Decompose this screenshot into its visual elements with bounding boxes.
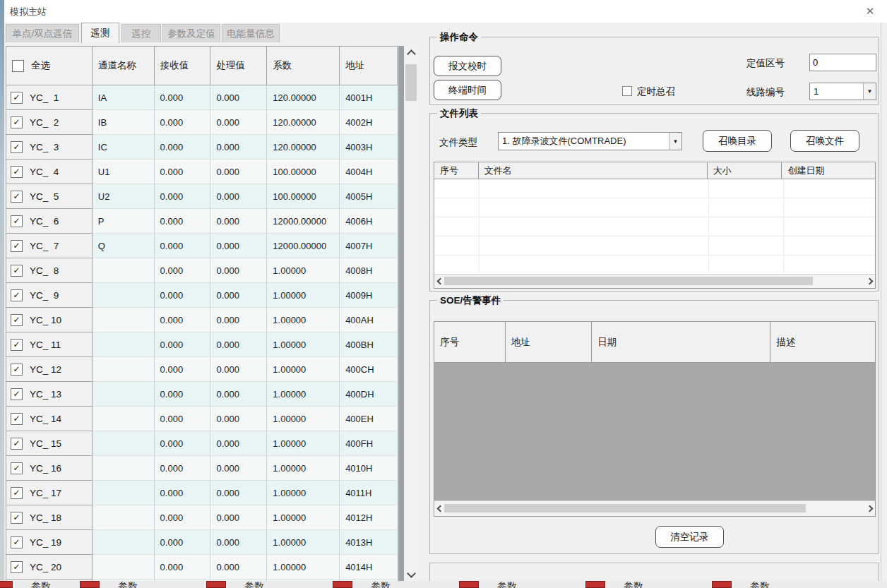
cell-coefficient: 1.00000 (267, 407, 340, 431)
row-select-cell: ✓YC_ 15 (6, 431, 93, 456)
cell-channel-name (93, 332, 155, 357)
row-checkbox[interactable]: ✓ (11, 240, 23, 252)
timed-general-call-checkbox[interactable] (622, 86, 632, 96)
background-red-block (0, 581, 13, 588)
cell-coefficient: 12000.00000 (267, 234, 340, 258)
message-time-sync-button[interactable]: 报文校时 (434, 56, 501, 76)
file-table-hscrollbar[interactable] (434, 274, 875, 288)
cell-channel-name: IC (93, 135, 155, 160)
row-label: YC_ 18 (30, 512, 61, 523)
soe-table-hscrollbar[interactable] (434, 500, 875, 516)
cell-coefficient: 100.00000 (267, 184, 340, 209)
row-select-cell: ✓YC_ 12 (6, 357, 93, 382)
row-checkbox[interactable]: ✓ (11, 388, 23, 400)
table-row: ✓YC_ 190.0000.0001.000004013H (6, 530, 398, 555)
soe-table-body (434, 363, 875, 500)
row-label: YC_ 19 (30, 537, 61, 548)
line-number-value: 1 (810, 86, 863, 97)
cell-channel-name (93, 431, 155, 456)
cell-coefficient: 12000.00000 (267, 209, 340, 234)
background-red-block (712, 581, 732, 588)
cell-processed-value: 0.000 (210, 258, 267, 283)
tab-energy-info[interactable]: 电能量信息 (222, 24, 280, 42)
scroll-up-icon[interactable] (404, 46, 418, 61)
tab-single-double-yx[interactable]: 单点/双点遥信 (6, 24, 79, 42)
cell-received-value: 0.000 (155, 431, 211, 456)
table-row: ✓YC_ 160.0000.0001.000004010H (6, 456, 398, 481)
cell-processed-value: 0.000 (210, 184, 267, 209)
row-checkbox[interactable]: ✓ (11, 536, 23, 548)
call-directory-button[interactable]: 召唤目录 (703, 130, 772, 152)
close-icon[interactable]: ✕ (862, 4, 879, 19)
cell-channel-name: IB (93, 110, 155, 135)
row-checkbox[interactable]: ✓ (11, 141, 23, 153)
row-checkbox[interactable]: ✓ (11, 487, 23, 499)
row-checkbox[interactable]: ✓ (11, 116, 23, 128)
select-all-checkbox[interactable] (12, 60, 24, 72)
file-type-select[interactable]: 1. 故障录波文件(COMTRADE) ▼ (498, 132, 682, 150)
cell-address: 4007H (340, 234, 398, 258)
row-checkbox[interactable]: ✓ (11, 265, 23, 277)
tab-remote-control[interactable]: 遥控 (121, 24, 161, 42)
row-checkbox[interactable]: ✓ (11, 462, 23, 474)
row-label: YC_ 4 (30, 167, 59, 177)
terminal-time-button[interactable]: 终端时间 (434, 80, 501, 100)
scroll-right-icon[interactable] (864, 501, 875, 516)
row-checkbox[interactable]: ✓ (11, 512, 23, 524)
clear-records-button[interactable]: 清空记录 (655, 526, 724, 548)
cell-channel-name: P (93, 209, 155, 234)
row-checkbox[interactable]: ✓ (11, 413, 23, 425)
row-checkbox[interactable]: ✓ (11, 364, 23, 376)
cell-channel-name (93, 382, 155, 407)
vertical-scrollbar[interactable] (404, 46, 418, 581)
row-checkbox[interactable]: ✓ (11, 561, 23, 573)
scrollbar-thumb[interactable] (405, 64, 417, 101)
chevron-down-icon[interactable]: ▼ (669, 133, 681, 150)
row-checkbox[interactable]: ✓ (11, 339, 23, 351)
cell-coefficient: 1.00000 (267, 555, 340, 580)
row-checkbox[interactable]: ✓ (11, 438, 23, 450)
header-processed-value: 处理值 (210, 47, 267, 85)
chevron-down-icon[interactable]: ▼ (863, 83, 876, 100)
cell-coefficient: 1.00000 (267, 258, 340, 283)
column-separator (708, 179, 709, 274)
scroll-down-icon[interactable] (404, 565, 418, 581)
table-row: ✓YC_ 5U20.0000.000100.000004005H (6, 184, 398, 209)
row-checkbox[interactable]: ✓ (11, 92, 23, 104)
row-checkbox[interactable]: ✓ (11, 215, 23, 227)
cell-received-value: 0.000 (155, 530, 211, 555)
table-row: ✓YC_ 140.0000.0001.00000400EH (6, 407, 398, 431)
scroll-right-icon[interactable] (864, 275, 875, 288)
file-list-title: 文件列表 (437, 107, 481, 120)
cell-address: 400EH (340, 407, 398, 431)
line-number-label: 线路编号 (746, 86, 785, 99)
table-row: ✓YC_ 4U10.0000.000100.000004004H (6, 160, 398, 184)
fixed-zone-input[interactable] (809, 54, 876, 71)
tab-telemetry[interactable]: 遥测 (81, 23, 119, 43)
call-file-button[interactable]: 召唤文件 (790, 130, 859, 152)
row-label: YC_ 10 (30, 315, 61, 325)
simulated-master-station-window: 模拟主站 ✕ 单点/双点遥信 遥测 遥控 参数及定值 电能量信息 全选 通道名称… (0, 0, 887, 588)
line-number-select[interactable]: 1 ▼ (809, 83, 876, 100)
row-checkbox[interactable]: ✓ (11, 191, 23, 203)
hscrollbar-thumb[interactable] (444, 277, 813, 285)
row-label: YC_ 20 (30, 562, 61, 572)
row-checkbox[interactable]: ✓ (11, 314, 23, 326)
background-red-block (206, 581, 226, 588)
operation-commands-title: 操作命令 (437, 31, 481, 44)
cell-address: 4010H (340, 456, 398, 481)
row-select-cell: ✓YC_ 4 (6, 160, 93, 184)
cell-received-value: 0.000 (155, 357, 211, 382)
row-checkbox[interactable]: ✓ (11, 166, 23, 178)
background-red-block (80, 581, 100, 588)
background-left-sliver (0, 0, 4, 588)
row-checkbox[interactable]: ✓ (11, 289, 23, 301)
hscrollbar-thumb[interactable] (444, 504, 806, 512)
cell-channel-name (93, 555, 155, 580)
cell-coefficient: 1.00000 (267, 382, 340, 407)
file-header-date: 创建日期 (782, 162, 875, 179)
row-select-cell: ✓YC_ 6 (6, 209, 93, 234)
tab-params-setpoints[interactable]: 参数及定值 (162, 24, 220, 42)
cell-processed-value: 0.000 (210, 110, 267, 135)
cell-received-value: 0.000 (155, 110, 211, 135)
